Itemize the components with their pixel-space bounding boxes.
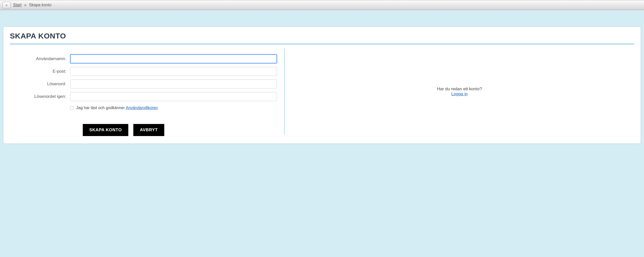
password-label: Lösenord:: [12, 81, 70, 87]
terms-text: Jag har läst och godkänner: [76, 106, 125, 110]
already-have-account: Har du redan ett konto? Logga in: [437, 87, 482, 97]
email-label: E-post:: [12, 69, 70, 74]
breadcrumb-separator: »: [24, 3, 26, 7]
terms-checkbox[interactable]: [70, 106, 74, 110]
password-again-label: Lösenordet igen:: [12, 94, 70, 99]
page-wrap: SKAPA KONTO Användarnamn: E-post: Löseno…: [0, 10, 644, 147]
email-input[interactable]: [70, 67, 277, 76]
side-column: Har du redan ett konto? Logga in: [285, 47, 634, 136]
columns: Användarnamn: E-post: Lösenord: Lösenord…: [10, 47, 634, 136]
chevron-left-double-icon: «: [6, 3, 8, 7]
row-email: E-post:: [12, 67, 277, 76]
cancel-button[interactable]: AVBRYT: [133, 124, 164, 136]
title-divider: [10, 44, 634, 44]
breadcrumb-current: Skapa konto: [29, 3, 52, 7]
terms-row: Jag har läst och godkänner Användarvillk…: [12, 106, 277, 110]
row-password-again: Lösenordet igen:: [12, 92, 277, 101]
username-label: Användarnamn:: [12, 56, 70, 61]
back-button[interactable]: «: [3, 2, 11, 8]
already-text: Har du redan ett konto?: [437, 87, 482, 92]
row-username: Användarnamn:: [12, 54, 277, 63]
breadcrumb: Start » Skapa konto: [13, 3, 52, 7]
password-again-input[interactable]: [70, 92, 277, 101]
page-title: SKAPA KONTO: [10, 32, 634, 40]
breadcrumb-start-link[interactable]: Start: [13, 3, 22, 7]
password-input[interactable]: [70, 79, 277, 89]
main-panel: SKAPA KONTO Användarnamn: E-post: Löseno…: [3, 26, 641, 144]
form-column: Användarnamn: E-post: Lösenord: Lösenord…: [10, 47, 285, 136]
row-password: Lösenord:: [12, 79, 277, 89]
username-input[interactable]: [70, 54, 277, 63]
button-row: SKAPA KONTO AVBRYT: [12, 124, 277, 136]
create-account-button[interactable]: SKAPA KONTO: [83, 124, 128, 136]
login-link[interactable]: Logga in: [451, 92, 468, 96]
terms-link[interactable]: Användarvillkoren: [126, 106, 158, 110]
topbar: « Start » Skapa konto: [0, 0, 644, 10]
